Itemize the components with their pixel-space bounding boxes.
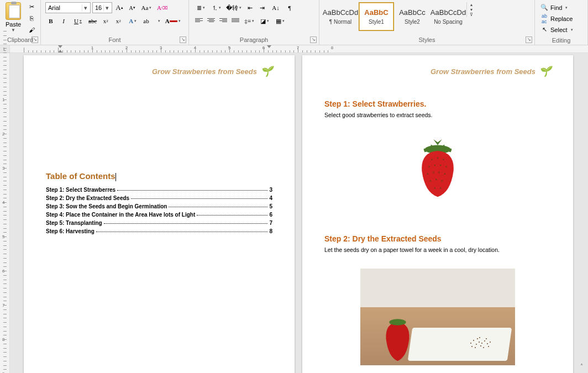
bold-button[interactable]: B [45, 15, 56, 27]
toc-page-number: 7 [269, 220, 272, 226]
replace-label: Replace [550, 15, 573, 22]
font-name-combo[interactable]: Arial ▾ [45, 2, 91, 13]
shrink-font-button[interactable]: A▾ [127, 2, 138, 13]
paragraph-dialog-launcher[interactable]: ↘ [310, 36, 317, 43]
multilevel-list-button[interactable]: �转▾ [224, 2, 243, 13]
brush-icon: 🖌 [29, 27, 35, 33]
chevron-down-icon[interactable]: ▾ [103, 4, 111, 12]
cut-button[interactable]: ✂ [25, 1, 38, 12]
format-painter-button[interactable]: 🖌 [25, 24, 38, 35]
toc-entry[interactable]: Step 4: Place the Container in the Area … [46, 212, 272, 218]
line-spacing-button[interactable]: ‡≡▾ [242, 15, 256, 27]
font-dialog-launcher[interactable]: ↘ [180, 36, 186, 43]
vertical-ruler[interactable]: L 123456789 [0, 45, 10, 373]
toc-leader [131, 198, 267, 199]
toc-entry[interactable]: Step 6: Harvesting8 [46, 228, 272, 234]
svg-point-8 [427, 173, 429, 175]
style-name: ¶ Normal [329, 19, 351, 25]
svg-point-29 [486, 338, 487, 339]
shading-button[interactable]: ◪▾ [258, 15, 272, 27]
seeds-image[interactable] [360, 269, 515, 365]
chevron-down-icon: ▾ [565, 6, 568, 10]
find-button[interactable]: 🔍 Find ▾ [539, 2, 569, 13]
increase-indent-button[interactable]: ⇥ [256, 2, 267, 13]
group-editing: 🔍 Find ▾ abac Replace ↖ Select ▾ Editing [535, 0, 588, 45]
decrease-indent-button[interactable]: ⇤ [244, 2, 255, 13]
styles-dialog-launcher[interactable]: ↘ [526, 36, 532, 43]
sort-button[interactable]: A↓ [269, 2, 283, 13]
highlight-button[interactable]: ab▾ [141, 15, 161, 27]
step1-heading[interactable]: Step 1: Select Strawberries. [324, 99, 551, 108]
toc-text: Step 1: Select Strawberres [46, 187, 116, 193]
style-tile-no-spacing[interactable]: AaBbCcDdNo Spacing [431, 2, 466, 31]
clipboard-dialog-launcher[interactable]: ↘ [32, 36, 38, 43]
font-color-button[interactable]: A▾ [164, 15, 182, 27]
styles-scroll[interactable]: ▾ [467, 7, 475, 12]
toc-entry[interactable]: Step 1: Select Strawberres3 [46, 187, 272, 193]
step2-body[interactable]: Let the seeds dry on a paper towel for a… [324, 246, 551, 253]
superscript-button[interactable]: x2 [113, 15, 124, 27]
paste-button[interactable]: Paste ▼ [2, 1, 24, 34]
copy-button[interactable]: ⎘ [25, 13, 38, 24]
paste-label: Paste [6, 21, 21, 28]
step1-body[interactable]: Select good strawberries to extract seed… [324, 112, 551, 118]
align-center-button[interactable] [206, 15, 217, 27]
svg-point-19 [473, 340, 474, 341]
toc-entry[interactable]: Step 2: Dry the Extracted Seeds4 [46, 195, 272, 201]
document-canvas[interactable]: Grow Strawberries from Seeds 🌱 Table of … [10, 53, 588, 373]
chevron-down-icon[interactable]: ▾ [82, 4, 89, 12]
svg-point-7 [445, 166, 447, 167]
change-case-button[interactable]: Aa▾ [139, 2, 154, 13]
italic-button[interactable]: I [58, 15, 69, 27]
style-tile-style2[interactable]: AaBbCcStyle2 [395, 2, 430, 31]
underline-button[interactable]: U▾ [71, 15, 85, 27]
right-indent-marker[interactable] [267, 45, 271, 48]
horizontal-ruler[interactable]: 12345678 [10, 45, 588, 53]
toc-page-number: 8 [269, 228, 272, 234]
borders-button[interactable]: ▦▾ [273, 15, 287, 27]
align-right-button[interactable] [218, 15, 229, 27]
plant-icon: 🌱 [539, 65, 551, 77]
subscript-button[interactable]: x2 [100, 15, 111, 27]
select-button[interactable]: ↖ Select ▾ [539, 24, 574, 35]
toc-text: Step 4: Place the Container in the Area … [46, 212, 195, 218]
toc-leader [104, 223, 268, 224]
collapse-ribbon-button[interactable]: ˄ [577, 363, 586, 371]
style-tile-style1[interactable]: AaBbCStyle1 [359, 2, 394, 31]
first-line-indent-marker[interactable] [58, 45, 62, 48]
page-2: Grow Strawberries from Seeds 🌱 Step 1: S… [302, 55, 573, 373]
toc-text: Step 5: Transplanting [46, 220, 102, 226]
styles-scroll[interactable]: ⊽ [467, 12, 475, 17]
page-header: Grow Strawberries from Seeds 🌱 [46, 65, 272, 77]
grow-font-button[interactable]: A▴ [114, 2, 125, 13]
toc-entry[interactable]: Step 3: Sow the Seeds and Begin Germinat… [46, 203, 272, 209]
text-cursor [116, 173, 116, 181]
svg-point-25 [480, 345, 481, 346]
align-left-button[interactable] [193, 15, 204, 27]
style-tile--normal[interactable]: AaBbCcDd¶ Normal [323, 2, 358, 31]
bullets-button[interactable]: ≣▾ [193, 2, 208, 13]
styles-scroll[interactable]: ▴ [467, 2, 475, 7]
text-effects-button[interactable]: A▾ [125, 15, 140, 27]
show-marks-button[interactable]: ¶ [284, 2, 295, 13]
paste-icon [6, 2, 21, 20]
strikethrough-button[interactable]: abc [87, 15, 98, 27]
numbering-button[interactable]: ⒈▾ [209, 2, 223, 13]
clear-formatting-button[interactable]: A⌫ [155, 2, 169, 13]
group-styles: AaBbCcDd¶ NormalAaBbCStyle1AaBbCcStyle2A… [319, 0, 535, 45]
group-label-editing: Editing [537, 36, 585, 44]
toc-entry[interactable]: Step 5: Transplanting7 [46, 220, 272, 226]
toc-title[interactable]: Table of Contents [46, 171, 272, 181]
svg-point-32 [479, 337, 480, 338]
style-name: Style2 [405, 19, 420, 25]
header-text: Grow Strawberries from Seeds [152, 67, 257, 76]
svg-point-14 [442, 180, 443, 182]
step2-heading[interactable]: Step 2: Dry the Extracted Seeds [324, 234, 551, 243]
svg-point-20 [476, 344, 477, 345]
page-1: Grow Strawberries from Seeds 🌱 Table of … [24, 55, 295, 373]
style-name: No Spacing [434, 19, 463, 25]
strawberry-image[interactable] [402, 129, 474, 201]
replace-button[interactable]: abac Replace [539, 13, 574, 24]
font-size-combo[interactable]: 16 ▾ [92, 2, 112, 13]
justify-button[interactable] [230, 15, 241, 27]
